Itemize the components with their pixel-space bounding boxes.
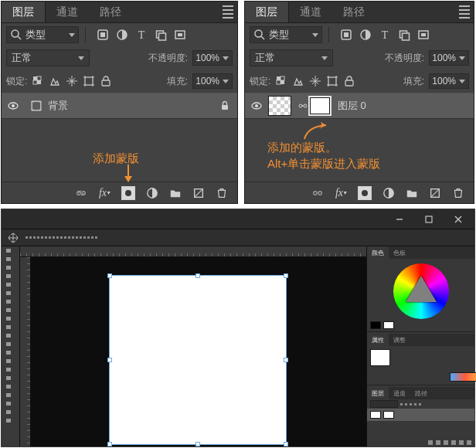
transform-handle[interactable] bbox=[107, 358, 112, 362]
tool-item[interactable] bbox=[2, 391, 20, 399]
tab-paths[interactable]: 路径 bbox=[410, 387, 432, 399]
tab-swatches[interactable]: 色板 bbox=[389, 246, 410, 259]
transform-handle[interactable] bbox=[107, 442, 112, 446]
fill-input[interactable]: 100% bbox=[429, 73, 469, 89]
color-wheel[interactable] bbox=[393, 263, 449, 319]
lock-image-icon[interactable] bbox=[49, 75, 61, 87]
tab-paths[interactable]: 路径 bbox=[332, 2, 376, 22]
window-maximize-button[interactable] bbox=[416, 211, 442, 228]
add-mask-button[interactable] bbox=[358, 186, 372, 200]
delete-layer-icon[interactable] bbox=[216, 187, 228, 199]
tool-item[interactable] bbox=[2, 246, 20, 255]
tool-item[interactable] bbox=[2, 255, 20, 263]
lock-artboard-icon[interactable] bbox=[326, 75, 338, 87]
tool-item[interactable] bbox=[2, 263, 20, 272]
swatch[interactable] bbox=[370, 321, 381, 329]
document-stage[interactable] bbox=[31, 257, 366, 446]
mini-layer-row[interactable] bbox=[367, 409, 474, 421]
opacity-input[interactable]: 100% bbox=[192, 50, 233, 66]
tab-layers[interactable]: 图层 bbox=[2, 2, 46, 22]
tool-item[interactable] bbox=[2, 323, 20, 331]
layer-style-icon[interactable]: fx▾ bbox=[335, 187, 347, 199]
transform-handle[interactable] bbox=[284, 273, 288, 278]
window-minimize-button[interactable] bbox=[386, 211, 413, 228]
window-close-button[interactable] bbox=[445, 211, 471, 228]
layer-row[interactable]: 图层 0 bbox=[245, 93, 474, 119]
adjustment-layer-icon[interactable] bbox=[382, 187, 395, 199]
lock-image-icon[interactable] bbox=[292, 75, 304, 87]
layer-thumbnail[interactable] bbox=[268, 96, 291, 116]
tab-properties[interactable]: 属性 bbox=[367, 334, 389, 346]
tab-adjustments[interactable]: 调整 bbox=[389, 334, 410, 346]
filter-shape-icon[interactable] bbox=[398, 29, 410, 41]
adjustment-layer-icon[interactable] bbox=[146, 187, 158, 199]
blend-mode-select[interactable]: 正常 bbox=[6, 49, 90, 66]
filter-adjustment-icon[interactable] bbox=[359, 29, 372, 41]
tool-item[interactable] bbox=[2, 408, 20, 416]
filter-smartobject-icon[interactable] bbox=[174, 29, 186, 41]
transform-handle[interactable] bbox=[284, 442, 288, 446]
filter-smartobject-icon[interactable] bbox=[417, 29, 430, 41]
tool-item[interactable] bbox=[2, 374, 20, 382]
tool-item[interactable] bbox=[2, 416, 20, 425]
transform-handle[interactable] bbox=[107, 273, 112, 278]
tab-layers[interactable]: 图层 bbox=[367, 387, 389, 399]
add-mask-button[interactable] bbox=[121, 186, 135, 200]
opacity-input[interactable]: 100% bbox=[429, 50, 469, 66]
filter-pixel-icon[interactable] bbox=[340, 29, 352, 41]
tool-item[interactable] bbox=[2, 399, 20, 408]
lock-all-icon[interactable] bbox=[100, 75, 112, 87]
mini-select[interactable] bbox=[370, 400, 398, 408]
layer-style-icon[interactable]: fx▾ bbox=[98, 187, 110, 199]
tab-layers[interactable]: 图层 bbox=[245, 2, 289, 22]
tool-item[interactable] bbox=[2, 297, 20, 306]
mask-preview[interactable] bbox=[370, 349, 390, 366]
layer-row[interactable]: 背景 bbox=[2, 93, 237, 119]
visibility-icon[interactable] bbox=[245, 100, 268, 112]
filter-pixel-icon[interactable] bbox=[97, 29, 109, 41]
tool-item[interactable] bbox=[2, 382, 20, 391]
tab-channels[interactable]: 通道 bbox=[289, 2, 332, 22]
transform-handle[interactable] bbox=[196, 442, 200, 446]
filter-adjustment-icon[interactable] bbox=[116, 29, 128, 41]
new-layer-icon[interactable] bbox=[429, 187, 441, 199]
transform-handle[interactable] bbox=[284, 358, 288, 362]
tab-channels[interactable]: 通道 bbox=[46, 2, 89, 22]
lock-transparent-icon[interactable] bbox=[32, 75, 44, 87]
lock-all-icon[interactable] bbox=[343, 75, 355, 87]
panel-menu-icon[interactable] bbox=[455, 5, 474, 19]
tool-item[interactable] bbox=[2, 340, 20, 348]
new-group-icon[interactable] bbox=[406, 187, 418, 199]
lock-position-icon[interactable] bbox=[309, 75, 321, 87]
lock-position-icon[interactable] bbox=[66, 75, 78, 87]
mask-link-icon[interactable] bbox=[298, 100, 308, 112]
lock-transparent-icon[interactable] bbox=[275, 75, 287, 87]
tool-item[interactable] bbox=[2, 331, 20, 340]
tab-paths[interactable]: 路径 bbox=[89, 2, 132, 22]
filter-type-icon[interactable]: T bbox=[135, 29, 148, 41]
tool-item[interactable] bbox=[2, 306, 20, 314]
link-layers-icon[interactable] bbox=[311, 187, 324, 199]
layer-filter-select[interactable]: 类型 bbox=[6, 26, 79, 43]
tab-channels[interactable]: 通道 bbox=[389, 387, 410, 399]
visibility-icon[interactable] bbox=[2, 100, 25, 112]
tool-item[interactable] bbox=[2, 289, 20, 297]
link-layers-icon[interactable] bbox=[75, 187, 87, 199]
fill-input[interactable]: 100% bbox=[192, 73, 233, 89]
tool-item[interactable] bbox=[2, 348, 20, 357]
layer-mask-thumbnail[interactable] bbox=[308, 96, 332, 116]
lock-artboard-icon[interactable] bbox=[83, 75, 95, 87]
tool-item[interactable] bbox=[2, 314, 20, 323]
blend-mode-select[interactable]: 正常 bbox=[250, 49, 333, 66]
tab-color[interactable]: 颜色 bbox=[367, 246, 389, 259]
filter-type-icon[interactable]: T bbox=[379, 29, 391, 41]
new-layer-icon[interactable] bbox=[192, 187, 205, 199]
transform-handle[interactable] bbox=[196, 273, 200, 278]
tool-item[interactable] bbox=[2, 272, 20, 280]
delete-layer-icon[interactable] bbox=[452, 187, 464, 199]
filter-shape-icon[interactable] bbox=[155, 29, 167, 41]
new-group-icon[interactable] bbox=[169, 187, 182, 199]
tool-item[interactable] bbox=[2, 280, 20, 289]
layer-filter-select[interactable]: 类型 bbox=[250, 26, 322, 43]
transform-box[interactable] bbox=[109, 275, 287, 445]
